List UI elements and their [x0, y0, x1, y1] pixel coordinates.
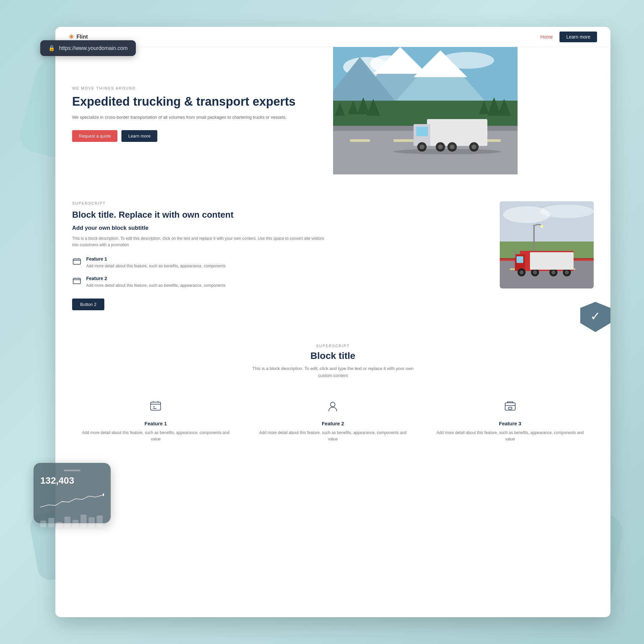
hero-learn-more-button[interactable]: Learn more	[121, 130, 157, 142]
stats-widget: 132,403	[34, 463, 111, 523]
feature-2-text: Feature 2 Add more detail about this fea…	[86, 276, 226, 288]
block-superscript: SUPERSCRIPT	[72, 201, 326, 205]
feature-card-1-icon	[79, 399, 232, 416]
feature-card-3: Feature 3 Add more detail about this fea…	[427, 393, 594, 449]
svg-rect-64	[151, 402, 161, 410]
svg-rect-20	[350, 139, 370, 142]
feature-2-icon	[72, 276, 82, 288]
svg-point-60	[551, 270, 555, 274]
truck-image-container	[500, 201, 594, 288]
feature-2-desc: Add more detail about this feature, such…	[86, 282, 226, 288]
feature-card-3-title: Feature 3	[433, 421, 587, 426]
svg-rect-54	[514, 251, 516, 258]
svg-rect-36	[73, 259, 80, 264]
features-grid: Feature 1 Add more detail about this fea…	[72, 393, 594, 449]
truck-scene-image	[500, 201, 594, 288]
feature-card-1-title: Feature 1	[79, 421, 232, 426]
feature-1-desc: Add more detail about this feature, such…	[86, 263, 226, 269]
sun-icon: ✳	[69, 33, 74, 41]
svg-point-32	[450, 145, 454, 149]
feature-1-text: Feature 1 Add more detail about this fea…	[86, 256, 226, 269]
svg-rect-21	[393, 139, 414, 142]
chart-bars	[40, 515, 104, 527]
hero-superscript: WE MOVE THINGS AROUND	[72, 86, 316, 90]
feature-item-2: Feature 2 Add more detail about this fea…	[72, 276, 326, 288]
hero-image	[333, 47, 518, 174]
svg-point-44	[540, 225, 543, 228]
svg-point-65	[330, 402, 335, 407]
checkmark-icon: ✓	[590, 309, 600, 323]
svg-rect-53	[517, 256, 523, 263]
block-description: This is a block description. To edit thi…	[72, 235, 326, 248]
svg-point-28	[420, 145, 424, 149]
svg-point-56	[520, 270, 524, 274]
svg-point-0	[103, 493, 104, 496]
feature-card-2: Feature 2 Add more detail about this fea…	[249, 393, 416, 449]
feature-2-title: Feature 2	[86, 276, 226, 281]
block-button[interactable]: Button 2	[72, 299, 104, 310]
stat-number: 132,403	[40, 475, 104, 486]
svg-point-34	[472, 145, 476, 149]
svg-point-35	[393, 149, 501, 154]
hero-right	[333, 47, 611, 181]
feature-card-2-icon	[256, 399, 410, 416]
url-bar[interactable]: 🔒 https://www.yourdomain.com	[40, 40, 136, 56]
svg-rect-24	[427, 119, 487, 146]
features-description: This is a block description. To edit, cl…	[249, 365, 417, 379]
hero-description: We specialize in cross-border transporta…	[72, 114, 316, 121]
feature-card-1-desc: Add more detail about this feature, such…	[79, 430, 232, 442]
features-superscript: SUPERSCRIPT	[72, 344, 594, 348]
browser-window: ✳ Flint Home Learn more WE MOVE THINGS A…	[55, 27, 610, 617]
logo-text: Flint	[76, 34, 88, 40]
block-subtitle: Add your own block subtitle	[72, 225, 326, 231]
feature-card-1: Feature 1 Add more detail about this fea…	[72, 393, 239, 449]
feature-1-title: Feature 1	[86, 256, 226, 262]
nav-logo: ✳ Flint	[69, 33, 88, 41]
block-section: SUPERSCRIPT Block title. Replace it with…	[55, 181, 610, 330]
hero-section: WE MOVE THINGS AROUND Expedited trucking…	[55, 47, 610, 181]
nav-bar: ✳ Flint Home Learn more	[55, 27, 610, 47]
block-left: SUPERSCRIPT Block title. Replace it with…	[72, 201, 326, 310]
hero-title: Expedited trucking & transport experts	[72, 94, 316, 109]
feature-card-3-desc: Add more detail about this feature, such…	[433, 430, 587, 442]
nav-links: Home Learn more	[540, 32, 597, 42]
svg-rect-63	[530, 252, 574, 270]
svg-rect-37	[73, 278, 80, 284]
svg-rect-26	[416, 127, 428, 136]
feature-card-2-desc: Add more detail about this feature, such…	[256, 430, 410, 442]
feature-card-3-icon	[433, 399, 587, 416]
svg-point-62	[565, 270, 569, 274]
url-text: https://www.yourdomain.com	[59, 45, 128, 51]
hero-left: WE MOVE THINGS AROUND Expedited trucking…	[55, 47, 333, 181]
home-link[interactable]: Home	[540, 34, 553, 40]
feature-item-1: Feature 1 Add more detail about this fea…	[72, 256, 326, 269]
lock-icon: 🔒	[48, 45, 55, 51]
feature-card-2-title: Feature 2	[256, 421, 410, 426]
hero-buttons: Request a quote Learn more	[72, 130, 316, 142]
svg-point-41	[540, 205, 594, 218]
svg-point-30	[438, 145, 443, 149]
chart-svg	[40, 492, 104, 511]
request-quote-button[interactable]: Request a quote	[72, 130, 117, 142]
drag-handle	[64, 470, 80, 471]
svg-rect-43	[533, 225, 535, 252]
svg-rect-67	[508, 407, 512, 409]
svg-point-58	[533, 270, 537, 274]
block-title: Block title. Replace it with own content	[72, 209, 326, 221]
nav-learn-more-button[interactable]: Learn more	[559, 32, 597, 42]
features-section: SUPERSCRIPT Block title This is a block …	[55, 330, 610, 469]
features-title: Block title	[72, 351, 594, 361]
feature-1-icon	[72, 257, 82, 268]
block-right	[340, 201, 594, 288]
